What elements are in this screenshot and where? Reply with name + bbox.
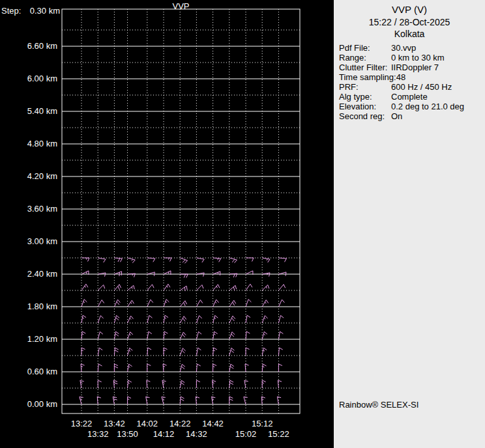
- wind-barb: [278, 348, 282, 356]
- field-label: Range:: [339, 53, 391, 63]
- wind-barb: [246, 331, 250, 339]
- wind-barb: [128, 316, 134, 323]
- wind-barb: [244, 380, 248, 388]
- wind-barb: [196, 331, 201, 339]
- wind-barb: [246, 258, 254, 262]
- wind-barb: [81, 348, 85, 356]
- wind-barb: [80, 397, 83, 404]
- wind-barb: [162, 397, 166, 404]
- panel-datetime: 15:22 / 28-Oct-2025: [334, 17, 485, 27]
- wind-barb: [196, 285, 203, 291]
- panel-field-row: Pdf File:30.vvp: [339, 43, 484, 53]
- field-label: Elevation:: [339, 102, 391, 111]
- wind-barb: [81, 315, 86, 323]
- wind-barb: [229, 332, 235, 339]
- y-axis-label: 0.60 km: [0, 367, 57, 376]
- wind-barb: [229, 364, 234, 372]
- field-label: Pdf File:: [339, 43, 391, 53]
- panel-field-row: Clutter Filter:IIRDoppler 7: [339, 63, 484, 72]
- wind-barb: [245, 364, 249, 372]
- y-axis-label: 6.00 km: [0, 74, 57, 83]
- wind-barb: [278, 364, 282, 372]
- field-label: Clutter Filter:: [339, 63, 391, 72]
- wind-barb: [278, 380, 282, 388]
- wind-barb: [180, 348, 185, 356]
- wind-barb: [164, 331, 168, 339]
- panel-field-row: Alg type:Complete: [339, 92, 484, 102]
- wind-barb: [262, 380, 266, 388]
- wind-barb: [80, 380, 84, 388]
- wind-barb: [277, 397, 281, 404]
- info-panel: VVP (V) 15:22 / 28-Oct-2025 Kolkata Pdf …: [334, 0, 485, 448]
- wind-barb: [147, 300, 153, 307]
- panel-location: Kolkata: [334, 29, 485, 39]
- wind-barb: [246, 300, 251, 307]
- wind-barb: [164, 300, 169, 307]
- panel-fields: Pdf File:30.vvpRange:0 km to 30 kmClutte…: [339, 43, 484, 121]
- field-value: 600 Hz / 450 Hz: [391, 82, 452, 92]
- wind-barb: [114, 348, 118, 356]
- wind-barb: [229, 285, 237, 290]
- wind-barb: [262, 316, 267, 323]
- x-axis-label: 13:42: [98, 419, 130, 428]
- wind-barb: [246, 315, 250, 323]
- wind-barb: [147, 348, 151, 356]
- wind-barb: [98, 258, 106, 262]
- y-axis-label: 3.00 km: [0, 236, 57, 246]
- wind-barb: [196, 348, 201, 356]
- wind-barb: [114, 315, 119, 323]
- wind-barb: [180, 397, 184, 404]
- wind-barb: [147, 364, 151, 372]
- wind-barb: [180, 274, 188, 278]
- y-axis-label: 0.00 km: [0, 399, 57, 409]
- wind-barb: [244, 397, 248, 404]
- wind-barb: [147, 331, 152, 339]
- field-value: 0 km to 30 km: [391, 53, 445, 63]
- x-axis-label: 15:02: [230, 429, 261, 439]
- wind-barb: [81, 300, 87, 307]
- wind-barb: [98, 380, 102, 388]
- vvp-window: VVP Step: 0.30 km 6.60 km6.00 km5.40 km4…: [0, 0, 485, 448]
- y-axis-label: 4.20 km: [0, 171, 57, 181]
- field-label: Time sampling:: [339, 72, 396, 82]
- wind-barb: [262, 273, 270, 277]
- x-axis-label: 14:42: [198, 419, 229, 428]
- wind-barb: [262, 348, 267, 356]
- wind-barb: [98, 285, 105, 291]
- wind-barb: [229, 380, 233, 388]
- wind-barb: [246, 284, 252, 290]
- wind-barb: [180, 316, 186, 323]
- wind-barb: [229, 258, 237, 263]
- wind-barb: [81, 331, 85, 339]
- wind-barb: [213, 315, 218, 323]
- wind-barb: [278, 258, 286, 262]
- x-axis-label: 14:02: [132, 419, 163, 428]
- wind-barb: [128, 300, 134, 307]
- wind-barb: [213, 285, 220, 290]
- wind-barb: [98, 364, 102, 372]
- wind-barb: [114, 331, 119, 339]
- step-label: Step:: [1, 6, 21, 16]
- step-row: Step: 0.30 km: [1, 6, 60, 16]
- wind-barb: [180, 332, 186, 339]
- panel-title: VVP (V): [334, 4, 485, 15]
- field-value: On: [391, 111, 402, 121]
- wind-barb: [114, 300, 120, 307]
- field-value: 30.vvp: [391, 43, 416, 53]
- field-label: Alg type:: [339, 92, 391, 102]
- field-value: 48: [396, 72, 405, 82]
- x-axis-label: 15:22: [263, 429, 294, 439]
- wind-barb: [196, 273, 204, 277]
- wind-barb: [98, 300, 104, 307]
- wind-barb: [180, 364, 185, 372]
- x-axis-label: 14:12: [148, 429, 179, 439]
- y-axis-label: 4.80 km: [0, 139, 57, 148]
- step-value: 0.30 km: [30, 6, 60, 16]
- wind-barb: [278, 331, 283, 339]
- field-value: 0.2 deg to 21.0 deg: [391, 102, 464, 111]
- wind-barb: [213, 380, 216, 388]
- wind-barb: [180, 301, 186, 307]
- panel-field-row: Elevation:0.2 deg to 21.0 deg: [339, 102, 484, 111]
- x-axis-label: 13:22: [66, 419, 97, 428]
- wind-barb: [180, 380, 184, 388]
